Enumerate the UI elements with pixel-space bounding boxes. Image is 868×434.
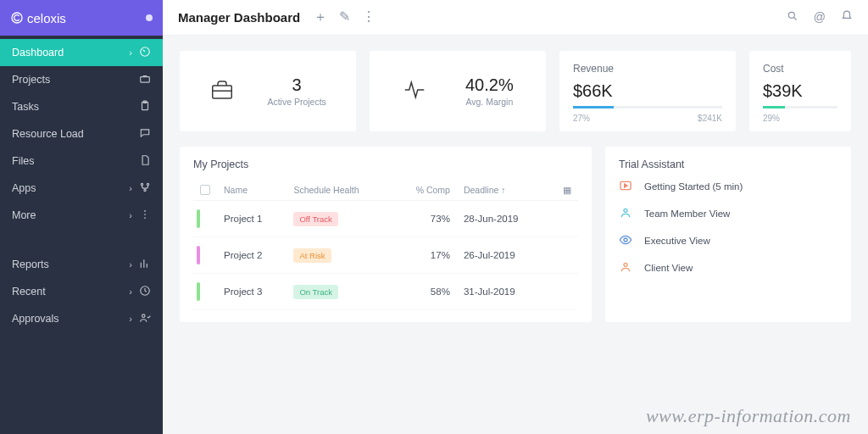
bell-icon[interactable] <box>841 10 853 25</box>
col-health[interactable]: Schedule Health <box>287 179 392 201</box>
active-projects-label: Active Projects <box>267 97 326 107</box>
topbar: Manager Dashboard ＋ ✎ ⋮ @ <box>163 0 868 36</box>
col-deadline[interactable]: Deadline ↑ <box>457 179 548 201</box>
my-projects-title: My Projects <box>193 159 578 170</box>
project-comp: 17% <box>392 237 457 274</box>
sidebar-item-tasks[interactable]: Tasks <box>0 93 163 120</box>
trial-assistant-title: Trial Assistant <box>619 159 837 170</box>
assistant-item[interactable]: Client View <box>619 260 837 275</box>
health-badge: Off Track <box>293 212 337 226</box>
sidebar-item-label: Recent <box>12 286 46 298</box>
revenue-label: Revenue <box>573 63 722 75</box>
cost-card: Cost $39K 29% <box>749 51 851 131</box>
assistant-item[interactable]: Getting Started (5 min) <box>619 179 837 194</box>
assistant-icon <box>619 179 632 194</box>
table-row[interactable]: Project 1Off Track73%28-Jun-2019 <box>193 201 578 237</box>
project-deadline: 31-Jul-2019 <box>457 274 548 310</box>
sidebar-item-projects[interactable]: Projects <box>0 66 163 93</box>
chart-icon <box>139 258 151 271</box>
cost-value: $39K <box>763 81 837 101</box>
chevron-right-icon: › <box>129 314 132 324</box>
assistant-item[interactable]: Team Member View <box>619 206 837 221</box>
svg-point-0 <box>12 13 22 23</box>
col-comp[interactable]: % Comp <box>392 179 457 201</box>
brand-logo[interactable]: celoxis <box>10 11 66 25</box>
edit-icon[interactable]: ✎ <box>339 8 350 26</box>
sidebar-item-files[interactable]: Files <box>0 147 163 175</box>
sidebar-item-label: Reports <box>12 259 49 270</box>
chevron-right-icon: › <box>129 259 132 270</box>
chevron-right-icon: › <box>129 287 132 297</box>
svg-point-17 <box>624 238 627 242</box>
svg-point-7 <box>144 189 146 191</box>
sidebar-item-dashboard[interactable]: Dashboard› <box>0 39 163 66</box>
avg-margin-value: 40.2% <box>465 75 514 95</box>
cost-label: Cost <box>763 63 837 75</box>
dots-icon <box>139 209 151 222</box>
col-name[interactable]: Name <box>217 179 287 201</box>
columns-icon[interactable]: ▦ <box>563 185 571 195</box>
revenue-value: $66K <box>573 81 722 101</box>
more-icon[interactable]: ⋮ <box>362 8 376 26</box>
assistant-icon <box>619 260 632 275</box>
sidebar-item-apps[interactable]: Apps› <box>0 175 163 202</box>
table-row[interactable]: Project 3On Track58%31-Jul-2019 <box>193 274 578 310</box>
select-all-checkbox[interactable] <box>200 185 210 195</box>
clipboard-icon <box>139 100 151 114</box>
status-dot-icon <box>146 14 153 21</box>
table-row[interactable]: Project 2At Risk17%26-Jul-2019 <box>193 237 578 274</box>
add-icon[interactable]: ＋ <box>314 8 327 26</box>
sidebar-item-reports[interactable]: Reports› <box>0 251 163 278</box>
sidebar-item-resource-load[interactable]: Resource Load <box>0 120 163 147</box>
sidebar-item-approvals[interactable]: Approvals› <box>0 305 163 332</box>
brand-name: celoxis <box>27 11 66 25</box>
sidebar-item-label: Apps <box>12 182 36 194</box>
svg-point-5 <box>141 183 142 185</box>
cost-pct: 29% <box>763 114 780 123</box>
briefcase-icon <box>209 77 235 106</box>
project-name: Project 1 <box>217 201 287 237</box>
mention-icon[interactable]: @ <box>814 10 826 25</box>
assistant-icon <box>619 206 632 221</box>
active-projects-card: 3 Active Projects <box>180 51 356 131</box>
project-comp: 73% <box>392 201 457 237</box>
assistant-label: Team Member View <box>644 209 730 219</box>
assistant-label: Client View <box>644 263 693 273</box>
project-deadline: 28-Jun-2019 <box>457 201 548 237</box>
sidebar-item-label: Files <box>12 155 34 167</box>
health-badge: At Risk <box>293 248 331 263</box>
sidebar-item-recent[interactable]: Recent› <box>0 278 163 305</box>
sidebar-item-label: More <box>12 209 36 221</box>
watermark-text: www.erp-information.com <box>646 405 851 427</box>
status-bar-icon <box>197 209 200 228</box>
my-projects-panel: My Projects Name Schedule Health % Comp … <box>180 147 592 322</box>
project-name: Project 3 <box>217 274 287 310</box>
sort-asc-icon: ↑ <box>501 185 505 195</box>
sidebar-item-label: Dashboard <box>12 47 64 58</box>
avg-margin-label: Avg. Margin <box>465 97 514 107</box>
projects-table: Name Schedule Health % Comp Deadline ↑ ▦… <box>193 179 578 310</box>
active-projects-count: 3 <box>267 75 326 95</box>
search-icon[interactable] <box>787 10 798 25</box>
pulse-icon <box>402 77 427 106</box>
chevron-right-icon: › <box>129 183 132 193</box>
sidebar-item-more[interactable]: More› <box>0 202 163 229</box>
revenue-card: Revenue $66K 27% $241K <box>559 51 736 131</box>
assistant-item[interactable]: Executive View <box>619 233 837 248</box>
status-bar-icon <box>197 282 200 301</box>
branch-icon <box>139 181 151 195</box>
project-name: Project 2 <box>217 237 287 274</box>
sidebar-item-label: Tasks <box>12 101 39 113</box>
svg-point-13 <box>788 12 794 18</box>
svg-point-18 <box>624 263 627 266</box>
health-badge: On Track <box>293 285 338 299</box>
assistant-label: Getting Started (5 min) <box>644 181 743 192</box>
sidebar-item-label: Projects <box>12 74 50 86</box>
svg-point-6 <box>147 183 148 185</box>
sidebar-item-label: Resource Load <box>12 128 84 140</box>
sidebar-item-label: Approvals <box>12 313 59 325</box>
clock-icon <box>139 285 151 298</box>
message-icon <box>139 127 151 141</box>
svg-point-16 <box>624 209 627 212</box>
svg-rect-2 <box>141 77 150 82</box>
